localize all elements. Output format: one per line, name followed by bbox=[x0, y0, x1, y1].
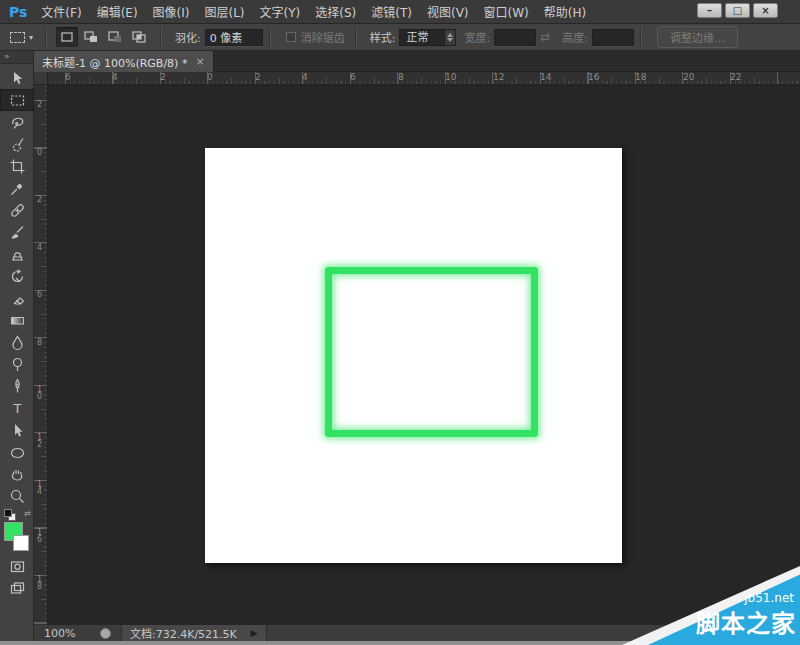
tool-gradient[interactable] bbox=[0, 309, 34, 331]
ruler-corner bbox=[34, 72, 48, 85]
width-input[interactable] bbox=[494, 29, 536, 46]
status-circle-icon bbox=[100, 628, 111, 639]
ruler-number: 0 bbox=[207, 72, 213, 82]
menu-select[interactable]: 选择(S) bbox=[315, 3, 356, 20]
refine-edge-button[interactable]: 调整边缘… bbox=[657, 26, 738, 48]
feather-label: 羽化: bbox=[175, 29, 201, 45]
tool-type[interactable]: T bbox=[0, 397, 34, 419]
ruler-number: 4 bbox=[302, 72, 308, 82]
ruler-number: 16 bbox=[588, 72, 599, 82]
lasso-tool-icon bbox=[9, 114, 26, 131]
document-canvas[interactable] bbox=[205, 148, 622, 563]
tool-quick-selection[interactable] bbox=[0, 133, 34, 155]
ruler-number: 12 bbox=[493, 72, 504, 82]
swap-colors-icon[interactable]: ⇄ bbox=[24, 509, 31, 518]
quick-selection-icon bbox=[9, 136, 26, 153]
minimize-button[interactable]: – bbox=[697, 3, 722, 18]
ruler-number: 2 bbox=[35, 195, 44, 202]
menu-window[interactable]: 窗口(W) bbox=[484, 3, 529, 20]
tool-eyedropper[interactable] bbox=[0, 177, 34, 199]
tool-quick-mask-mode[interactable] bbox=[0, 555, 34, 577]
ruler-number: 14 bbox=[35, 480, 44, 494]
maximize-button[interactable]: □ bbox=[725, 3, 750, 18]
rectangular-marquee-icon bbox=[9, 92, 26, 109]
window-controls: – □ × bbox=[697, 3, 778, 18]
tool-move[interactable] bbox=[0, 67, 34, 89]
tool-pen[interactable] bbox=[0, 375, 34, 397]
intersect-selection-icon bbox=[131, 29, 147, 45]
menu-file[interactable]: 文件(F) bbox=[41, 3, 81, 20]
toolbar-collapse-button[interactable]: » bbox=[0, 51, 33, 64]
close-button[interactable]: × bbox=[753, 3, 778, 18]
menu-view[interactable]: 视图(V) bbox=[427, 3, 469, 20]
selection-mode-group bbox=[52, 27, 154, 47]
tool-screen-mode[interactable] bbox=[0, 577, 34, 599]
swap-dimensions-icon[interactable]: ⇄ bbox=[540, 30, 550, 44]
menu-layer[interactable]: 图层(L) bbox=[205, 3, 245, 20]
ruler-number: 4 bbox=[35, 243, 44, 250]
blur-tool-icon bbox=[9, 334, 26, 351]
tab-close-icon[interactable]: × bbox=[195, 55, 204, 68]
vertical-ruler[interactable]: 2 0 2 4 6 8 10 12 14 16 18 bbox=[34, 85, 48, 625]
ruler-number: 12 bbox=[35, 433, 44, 447]
tool-path-selection[interactable] bbox=[0, 419, 34, 441]
subtract-from-selection-button[interactable] bbox=[104, 27, 126, 47]
width-label: 宽度: bbox=[464, 29, 490, 45]
antialias-checkbox[interactable] bbox=[286, 32, 296, 42]
default-colors-icon[interactable] bbox=[4, 509, 12, 517]
ruler-number: 6 bbox=[350, 72, 356, 82]
dodge-tool-icon bbox=[9, 356, 26, 373]
tool-hand[interactable] bbox=[0, 463, 34, 485]
status-expand-icon[interactable]: ▶ bbox=[251, 628, 258, 638]
tool-lasso[interactable] bbox=[0, 111, 34, 133]
style-value: 正常 bbox=[400, 30, 444, 45]
new-selection-icon bbox=[59, 29, 75, 45]
tool-crop[interactable] bbox=[0, 155, 34, 177]
tool-spot-healing-brush[interactable] bbox=[0, 199, 34, 221]
zoom-level-field[interactable]: 100% bbox=[34, 627, 82, 640]
divider bbox=[640, 27, 641, 47]
add-selection-icon bbox=[83, 29, 99, 45]
menu-edit[interactable]: 编辑(E) bbox=[97, 3, 138, 20]
style-dropdown[interactable]: 正常 bbox=[399, 29, 456, 46]
tool-history-brush[interactable] bbox=[0, 265, 34, 287]
title-bar: Ps 文件(F) 编辑(E) 图像(I) 图层(L) 文字(Y) 选择(S) 滤… bbox=[0, 0, 800, 24]
ruler-number: 8 bbox=[35, 338, 44, 345]
feather-input[interactable] bbox=[205, 29, 263, 46]
tool-rectangular-marquee[interactable] bbox=[0, 89, 34, 111]
height-input[interactable] bbox=[592, 29, 634, 46]
tool-preset-picker[interactable]: ▾ bbox=[0, 32, 39, 43]
marquee-preset-icon bbox=[10, 32, 25, 43]
pen-tool-icon bbox=[9, 378, 26, 395]
ruler-number: 2 bbox=[35, 100, 44, 107]
eraser-tool-icon bbox=[9, 290, 26, 307]
tool-shape-ellipse[interactable] bbox=[0, 441, 34, 463]
add-to-selection-button[interactable] bbox=[80, 27, 102, 47]
menu-filter[interactable]: 滤镜(T) bbox=[371, 3, 412, 20]
canvas-area[interactable] bbox=[48, 85, 800, 625]
watermark-site-url: jb51.net bbox=[744, 591, 794, 605]
ellipse-shape-icon bbox=[9, 444, 26, 461]
photoshop-window: Ps 文件(F) 编辑(E) 图像(I) 图层(L) 文字(Y) 选择(S) 滤… bbox=[0, 0, 800, 645]
tool-brush[interactable] bbox=[0, 221, 34, 243]
new-selection-button[interactable] bbox=[56, 27, 78, 47]
tool-eraser[interactable] bbox=[0, 287, 34, 309]
green-rectangle-shape bbox=[325, 267, 538, 437]
gradient-tool-icon bbox=[9, 312, 26, 329]
tool-clone-stamp[interactable] bbox=[0, 243, 34, 265]
document-info-field[interactable]: 文档:732.4K/521.5K ▶ bbox=[121, 625, 267, 641]
menu-help[interactable]: 帮助(H) bbox=[544, 3, 586, 20]
color-swatch-zone: ⇄ bbox=[0, 509, 34, 555]
ruler-number: 0 bbox=[35, 148, 44, 155]
ruler-number: 10 bbox=[35, 385, 44, 399]
document-tab[interactable]: 未标题-1 @ 100%(RGB/8) * × bbox=[34, 51, 214, 72]
intersect-selection-button[interactable] bbox=[128, 27, 150, 47]
menu-type[interactable]: 文字(Y) bbox=[260, 3, 301, 20]
tool-blur[interactable] bbox=[0, 331, 34, 353]
horizontal-ruler[interactable]: 6 4 2 0 2 4 6 8 10 12 14 16 18 20 22 bbox=[34, 72, 800, 85]
menu-image[interactable]: 图像(I) bbox=[153, 3, 190, 20]
brush-tool-icon bbox=[9, 224, 26, 241]
background-color-swatch[interactable] bbox=[13, 535, 29, 551]
tool-dodge[interactable] bbox=[0, 353, 34, 375]
tool-zoom[interactable] bbox=[0, 485, 34, 507]
